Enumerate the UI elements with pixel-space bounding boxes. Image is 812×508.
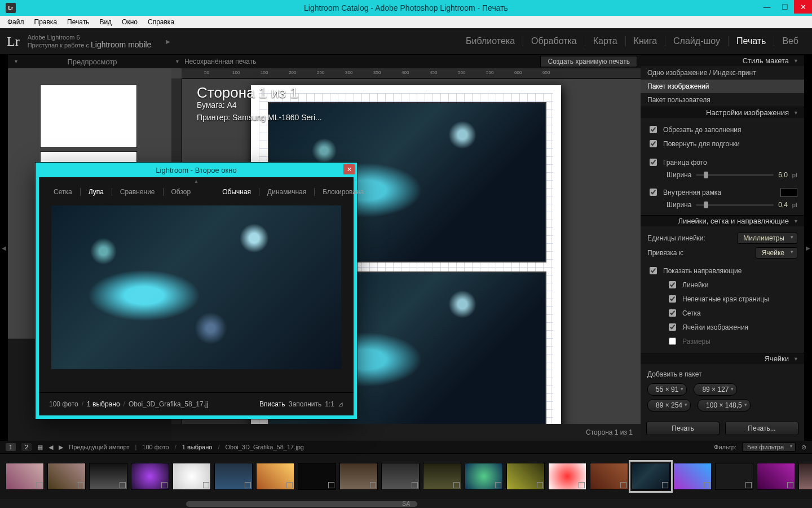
sw-filename: Oboi_3D_Grafika_58_17.jj [129, 400, 208, 408]
photo-border-checkbox[interactable]: Граница фото [647, 155, 797, 169]
filmstrip-scrollbar[interactable]: SA [0, 499, 812, 508]
collapse-arrow-icon[interactable]: ▲ [39, 177, 354, 184]
preview-page-thumb[interactable] [41, 85, 136, 147]
zoom-fit[interactable]: Вписать [259, 400, 285, 408]
style-single[interactable]: Одно изображение / Индекс-принт [641, 66, 804, 80]
layout-style-header[interactable]: Стиль макета▼ [641, 55, 804, 66]
tab-normal[interactable]: Обычная [214, 188, 259, 196]
print-button[interactable]: Печать [646, 422, 720, 435]
filmstrip-thumb[interactable] [798, 463, 812, 490]
tab-survey[interactable]: Обзор [164, 188, 199, 196]
filmstrip-thumb[interactable] [757, 463, 795, 490]
cell-size-button[interactable]: 100 × 148,5▾ [698, 399, 751, 411]
show-guides-checkbox[interactable]: Показать направляющие [647, 264, 797, 278]
filmstrip-thumb[interactable] [6, 463, 44, 490]
inner-stroke-checkbox[interactable]: Внутренняя рамка [647, 185, 797, 199]
cell-size-button[interactable]: 55 × 91▾ [647, 383, 687, 396]
second-window-indicator[interactable]: 2 [21, 443, 32, 451]
crop-to-fill-checkbox[interactable]: Обрезать до заполнения [647, 122, 797, 137]
border-width-slider[interactable] [696, 174, 774, 176]
back-icon[interactable]: ◀ [48, 444, 53, 451]
tab-live[interactable]: Динамичная [259, 188, 315, 196]
zoom-1to1[interactable]: 1:1 [325, 400, 334, 408]
rotate-to-fit-checkbox[interactable]: Повернуть для подгонки [647, 137, 797, 151]
filmstrip-thumb[interactable] [298, 463, 336, 490]
left-panel-collapse-icon[interactable]: ◀ [0, 55, 8, 441]
filmstrip-thumb[interactable] [173, 463, 211, 490]
module-map[interactable]: Карта [585, 36, 626, 46]
filmstrip-thumb[interactable] [673, 463, 712, 490]
filmstrip-thumb[interactable] [548, 463, 586, 490]
tab-locked[interactable]: Блокирована [315, 188, 372, 196]
guide-dims-checkbox[interactable]: Размеры [647, 334, 797, 348]
style-custom[interactable]: Пакет пользователя [641, 93, 804, 107]
create-saved-print-button[interactable]: Создать хранимую печать [540, 56, 637, 67]
filmstrip-thumb[interactable] [256, 463, 294, 490]
guide-bleed-checkbox[interactable]: Непечатные края страницы [647, 292, 797, 306]
mobile-link[interactable]: Lightroom mobile [91, 40, 151, 49]
print-dialog-button[interactable]: Печать... [725, 422, 798, 435]
filmstrip-thumb[interactable] [381, 463, 420, 490]
second-window-close-button[interactable]: ✕ [343, 164, 355, 174]
stroke-width-slider[interactable] [696, 204, 774, 206]
stroke-color-swatch[interactable] [780, 188, 797, 197]
zoom-ratio-icon[interactable]: ⊿ [338, 400, 343, 408]
filmstrip[interactable] [0, 453, 812, 499]
style-package[interactable]: Пакет изображений [641, 80, 804, 93]
cell-size-button[interactable]: 89 × 127▾ [694, 383, 737, 396]
menu-window[interactable]: Окно [117, 18, 143, 26]
menu-view[interactable]: Вид [94, 18, 117, 26]
tab-compare[interactable]: Сравнение [112, 188, 164, 196]
guide-rulers-checkbox[interactable]: Линейки [647, 278, 797, 292]
filmstrip-thumb[interactable] [214, 463, 253, 490]
filmstrip-thumb[interactable] [465, 463, 503, 490]
module-web[interactable]: Веб [774, 36, 806, 46]
module-print[interactable]: Печать [729, 36, 774, 46]
filmstrip-thumb[interactable] [339, 463, 378, 490]
forward-icon[interactable]: ▶ [59, 444, 63, 451]
preview-panel-header[interactable]: ▼ Предпросмотр [8, 55, 171, 68]
rulers-grid-header[interactable]: Линейки, сетка и направляющие▼ [641, 215, 804, 226]
chevron-down-icon[interactable]: ▼ [175, 59, 180, 64]
ruler-units-select[interactable]: Миллиметры [737, 233, 797, 244]
cells-header[interactable]: Ячейки▼ [641, 353, 804, 364]
menu-file[interactable]: Файл [2, 18, 29, 26]
preview-page-thumb[interactable] [41, 152, 136, 163]
menu-help[interactable]: Справка [143, 18, 179, 26]
scrollbar-thumb[interactable] [186, 501, 417, 507]
module-slideshow[interactable]: Слайд-шоу [665, 36, 729, 46]
tab-loupe[interactable]: Лупа [81, 188, 112, 196]
second-window-titlebar[interactable]: Lightroom - Второе окно ✕ [36, 163, 357, 177]
image-settings-header[interactable]: Настройки изображения▼ [641, 107, 804, 118]
guide-grid-checkbox[interactable]: Сетка [647, 306, 797, 320]
minimize-button[interactable]: — [758, 0, 776, 14]
loupe-image[interactable] [51, 205, 341, 369]
right-panel-collapse-icon[interactable]: ▶ [804, 55, 812, 441]
main-window-indicator[interactable]: 1 [6, 443, 16, 451]
close-button[interactable]: ✕ [794, 0, 812, 14]
filmstrip-thumb-selected[interactable] [632, 463, 670, 490]
filmstrip-thumb[interactable] [506, 463, 545, 490]
filmstrip-thumb[interactable] [47, 463, 86, 490]
maximize-button[interactable]: ☐ [776, 0, 794, 14]
source-label[interactable]: Предыдущий импорт [69, 444, 129, 450]
snap-to-select[interactable]: Ячейке [756, 247, 797, 259]
filmstrip-thumb[interactable] [715, 463, 753, 490]
identity-plate-caret-icon[interactable]: ▶ [166, 38, 170, 45]
guide-cells-checkbox[interactable]: Ячейки изображения [647, 320, 797, 334]
zoom-fill[interactable]: Заполнить [288, 400, 321, 408]
filmstrip-thumb[interactable] [590, 463, 628, 490]
module-library[interactable]: Библиотека [458, 36, 523, 46]
module-develop[interactable]: Обработка [523, 36, 585, 46]
filter-select[interactable]: Без фильтра [742, 443, 796, 452]
grid-view-icon[interactable]: ▦ [37, 444, 43, 451]
filmstrip-thumb[interactable] [131, 463, 169, 490]
filmstrip-thumb[interactable] [89, 463, 127, 490]
menu-edit[interactable]: Правка [29, 18, 63, 26]
module-book[interactable]: Книга [626, 36, 665, 46]
cell-size-button[interactable]: 89 × 254▾ [647, 399, 691, 411]
menu-print[interactable]: Печать [62, 18, 94, 26]
filter-lock-icon[interactable]: ⊘ [801, 444, 806, 451]
filmstrip-thumb[interactable] [423, 463, 461, 490]
tab-grid[interactable]: Сетка [46, 188, 81, 196]
